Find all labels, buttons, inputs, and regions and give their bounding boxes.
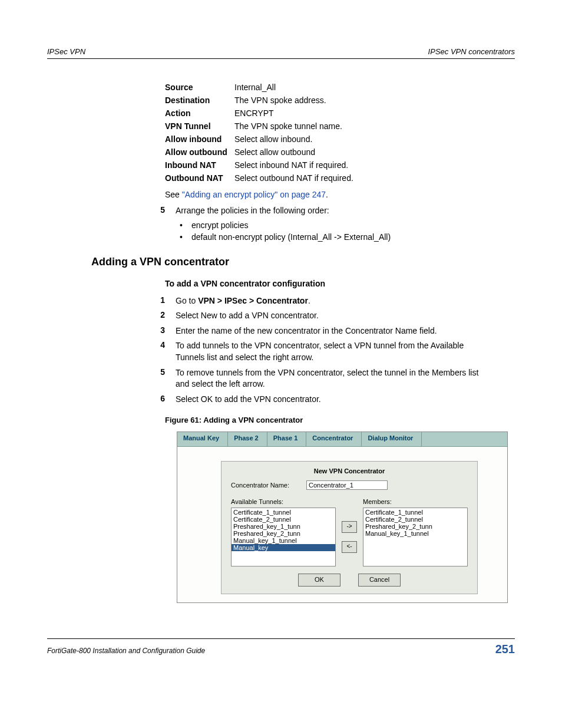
- def-label: Allow inbound: [165, 134, 234, 144]
- figure-screenshot: Manual KeyPhase 2Phase 1ConcentratorDial…: [177, 431, 508, 603]
- page-number: 251: [495, 643, 515, 656]
- step-number: 6: [147, 394, 165, 406]
- def-value: Select outbound NAT if required.: [234, 173, 353, 183]
- step-text: Go to VPN > IPSec > Concentrator.: [176, 295, 515, 307]
- def-label: Inbound NAT: [165, 160, 234, 170]
- def-value: Select allow outbound: [234, 147, 315, 157]
- step-text: To remove tunnels from the VPN concentra…: [176, 367, 515, 390]
- move-right-button[interactable]: ->: [342, 521, 357, 533]
- step-text: Arrange the policies in the following or…: [176, 205, 515, 217]
- step-number: 5: [147, 367, 165, 390]
- list-item[interactable]: Preshared_key_1_tunn: [232, 523, 335, 530]
- bullet-text: default non-encrypt policy (Internal_All…: [191, 232, 391, 242]
- def-label: VPN Tunnel: [165, 121, 234, 131]
- def-value: Select allow inbound.: [234, 134, 312, 144]
- available-listbox[interactable]: Certificate_1_tunnelCertificate_2_tunnel…: [231, 508, 336, 566]
- def-label: Allow outbound: [165, 147, 234, 157]
- move-left-button[interactable]: <-: [342, 541, 357, 553]
- list-item[interactable]: Preshared_key_2_tunn: [232, 530, 335, 537]
- cancel-button[interactable]: Cancel: [358, 574, 401, 587]
- list-item[interactable]: Manual_key_1_tunnel: [232, 537, 335, 544]
- step-text: Enter the name of the new concentrator i…: [176, 325, 515, 337]
- step-number: 2: [147, 310, 165, 322]
- step-number: 3: [147, 325, 165, 337]
- list-item[interactable]: Manual_key: [232, 544, 335, 551]
- concentrator-name-label: Concentrator Name:: [231, 482, 306, 489]
- step-text: To add tunnels to the VPN concentrator, …: [176, 340, 515, 363]
- step-text: Select New to add a VPN concentrator.: [176, 310, 515, 322]
- list-item[interactable]: Certificate_2_tunnel: [232, 516, 335, 523]
- tab-manual-key[interactable]: Manual Key: [177, 432, 228, 446]
- def-value: The VPN spoke address.: [234, 95, 326, 105]
- def-value: The VPN spoke tunnel name.: [234, 121, 342, 131]
- step-text: Select OK to add the VPN concentrator.: [176, 394, 515, 406]
- members-label: Members:: [363, 498, 468, 505]
- list-item[interactable]: Manual_key_1_tunnel: [363, 530, 467, 537]
- figure-caption: Figure 61: Adding a VPN concentrator: [165, 416, 515, 424]
- step-number: 1: [147, 295, 165, 307]
- list-item[interactable]: Certificate_2_tunnel: [363, 516, 467, 523]
- def-label: Action: [165, 108, 234, 118]
- tab-phase-1[interactable]: Phase 1: [267, 432, 307, 446]
- footer-doc-title: FortiGate-800 Installation and Configura…: [47, 647, 205, 655]
- def-value: Select inbound NAT if required.: [234, 160, 348, 170]
- step-number: 5: [147, 205, 165, 217]
- bullet-text: encrypt policies: [191, 220, 249, 230]
- def-label: Destination: [165, 95, 234, 105]
- def-label: Source: [165, 83, 234, 92]
- tab-concentrator[interactable]: Concentrator: [306, 432, 362, 446]
- link-encrypt-policy[interactable]: "Adding an encrypt policy" on page 247: [182, 190, 326, 199]
- see-line: See "Adding an encrypt policy" on page 2…: [165, 190, 515, 199]
- definition-table: SourceInternal_AllDestinationThe VPN spo…: [165, 83, 515, 183]
- ok-button[interactable]: OK: [298, 574, 340, 587]
- step-number: 4: [147, 340, 165, 363]
- sub-heading: To add a VPN concentrator configuration: [165, 279, 515, 288]
- header-rule: [47, 58, 515, 59]
- panel-title: New VPN Concentrator: [231, 467, 468, 475]
- concentrator-name-input[interactable]: Concentrator_1: [306, 480, 388, 490]
- tab-phase-2[interactable]: Phase 2: [228, 432, 267, 446]
- header-left: IPSec VPN: [47, 47, 85, 56]
- list-item[interactable]: Certificate_1_tunnel: [232, 509, 335, 516]
- def-label: Outbound NAT: [165, 173, 234, 183]
- section-heading: Adding a VPN concentrator: [91, 256, 515, 268]
- tab-dialup-monitor[interactable]: Dialup Monitor: [362, 432, 422, 446]
- header-right: IPSec VPN concentrators: [428, 47, 515, 56]
- list-item[interactable]: Certificate_1_tunnel: [363, 509, 467, 516]
- def-value: ENCRYPT: [234, 108, 274, 118]
- available-label: Available Tunnels:: [231, 498, 336, 505]
- members-listbox[interactable]: Certificate_1_tunnelCertificate_2_tunnel…: [363, 508, 468, 566]
- def-value: Internal_All: [234, 83, 276, 92]
- bullet-list: •encrypt policies•default non-encrypt po…: [180, 220, 515, 242]
- list-item[interactable]: Preshared_key_2_tunn: [363, 523, 467, 530]
